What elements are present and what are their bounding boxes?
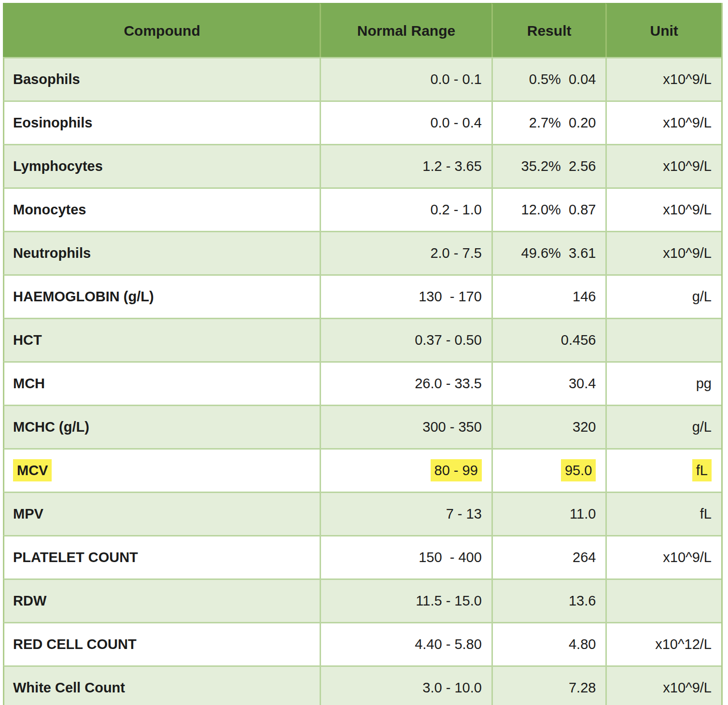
normal-range-cell: 2.0 - 7.5 [320,231,491,274]
table-row: Monocytes 0.2 - 1.0 12.0% 0.87 x10^9/L [3,187,721,231]
unit-cell: x10^9/L [605,100,721,144]
normal-range-cell: 0.0 - 0.1 [320,57,491,100]
result-value: 320 [573,419,596,435]
unit-value: x10^9/L [663,115,712,130]
table-header: Compound Normal Range Result Unit [3,3,721,57]
normal-range-value: 0.0 - 0.1 [430,71,481,87]
unit-cell: fL [605,492,721,535]
table-row: HCT 0.37 - 0.50 0.456 [3,318,721,361]
unit-cell: x10^12/L [605,622,721,665]
normal-range-cell: 300 - 350 [320,405,491,448]
compound-cell: RED CELL COUNT [3,622,320,665]
unit-cell: x10^9/L [605,144,721,187]
compound-cell: Neutrophils [3,231,320,274]
compound-cell: White Cell Count [3,665,320,705]
result-value: 35.2% 2.56 [521,158,596,174]
result-value: 0.5% 0.04 [529,71,596,87]
result-value: 13.6 [569,593,596,608]
table-row: MCH 26.0 - 33.5 30.4 pg [3,361,721,405]
column-header-result: Result [491,3,606,57]
compound-name: Neutrophils [13,245,91,261]
result-cell: 30.4 [491,361,606,405]
compound-name: HAEMOGLOBIN (g/L) [13,289,154,304]
unit-value: g/L [692,289,712,304]
result-cell: 264 [491,535,606,578]
compound-cell: MCHC (g/L) [3,405,320,448]
normal-range-cell: 26.0 - 33.5 [320,361,491,405]
compound-cell: RDW [3,578,320,622]
result-cell: 7.28 [491,665,606,705]
result-value-highlighted: 95.0 [561,459,596,481]
result-cell: 4.80 [491,622,606,665]
result-cell: 49.6% 3.61 [491,231,606,274]
compound-cell: HAEMOGLOBIN (g/L) [3,274,320,318]
unit-value: pg [696,376,712,391]
compound-cell: MCV [3,448,320,492]
normal-range-value: 4.40 - 5.80 [415,636,482,652]
table-row: Lymphocytes 1.2 - 3.65 35.2% 2.56 x10^9/… [3,144,721,187]
normal-range-value: 2.0 - 7.5 [430,245,481,261]
unit-value-highlighted: fL [692,459,712,481]
result-cell: 0.5% 0.04 [491,57,606,100]
normal-range-value: 7 - 13 [446,506,482,522]
normal-range-value: 0.37 - 0.50 [415,332,482,348]
compound-name: RDW [13,593,46,608]
unit-cell: x10^9/L [605,535,721,578]
normal-range-cell: 150 - 400 [320,535,491,578]
unit-cell [605,578,721,622]
column-header-label: Compound [124,23,200,39]
compound-name: PLATELET COUNT [13,550,138,565]
result-cell: 320 [491,405,606,448]
unit-cell [605,318,721,361]
result-cell: 13.6 [491,578,606,622]
compound-name: Monocytes [13,202,86,217]
normal-range-value: 3.0 - 10.0 [422,680,482,695]
table-row: MCHC (g/L) 300 - 350 320 g/L [3,405,721,448]
table-row: HAEMOGLOBIN (g/L) 130 - 170 146 g/L [3,274,721,318]
result-value: 49.6% 3.61 [521,245,596,261]
unit-cell: pg [605,361,721,405]
normal-range-cell: 7 - 13 [320,492,491,535]
normal-range-cell: 0.37 - 0.50 [320,318,491,361]
unit-value: g/L [692,419,712,435]
result-value: 264 [573,550,596,565]
column-header-label: Result [527,23,572,39]
unit-cell: g/L [605,274,721,318]
result-value: 11.0 [570,506,596,522]
lab-results-table: Compound Normal Range Result Unit Basoph… [3,3,723,705]
compound-name: MCH [13,376,45,391]
compound-cell: Monocytes [3,187,320,231]
table-row: MPV 7 - 13 11.0 fL [3,492,721,535]
normal-range-cell: 11.5 - 15.0 [320,578,491,622]
compound-name: HCT [13,332,42,348]
unit-value: fL [700,506,712,522]
unit-value: x10^9/L [663,158,712,174]
normal-range-cell: 130 - 170 [320,274,491,318]
unit-value: x10^9/L [663,71,712,87]
table-row: Eosinophils 0.0 - 0.4 2.7% 0.20 x10^9/L [3,100,721,144]
compound-name-highlighted: MCV [13,459,52,481]
compound-cell: MPV [3,492,320,535]
table-body: Basophils 0.0 - 0.1 0.5% 0.04 x10^9/L Eo… [3,57,721,705]
unit-value: x10^9/L [663,245,712,261]
result-value: 7.28 [569,680,596,695]
table-row: Basophils 0.0 - 0.1 0.5% 0.04 x10^9/L [3,57,721,100]
normal-range-cell: 1.2 - 3.65 [320,144,491,187]
unit-value: x10^9/L [663,680,712,695]
result-cell: 11.0 [491,492,606,535]
table-row: White Cell Count 3.0 - 10.0 7.28 x10^9/L [3,665,721,705]
normal-range-cell: 3.0 - 10.0 [320,665,491,705]
result-value: 4.80 [569,636,596,652]
compound-cell: MCH [3,361,320,405]
compound-name: RED CELL COUNT [13,636,137,652]
compound-cell: Eosinophils [3,100,320,144]
normal-range-value: 0.0 - 0.4 [430,115,481,130]
result-cell: 95.0 [491,448,606,492]
compound-name: Eosinophils [13,115,92,130]
compound-cell: Lymphocytes [3,144,320,187]
normal-range-value: 11.5 - 15.0 [416,593,482,608]
unit-cell: x10^9/L [605,231,721,274]
result-value: 12.0% 0.87 [521,202,596,217]
column-header-unit: Unit [605,3,721,57]
result-value: 30.4 [569,376,596,391]
